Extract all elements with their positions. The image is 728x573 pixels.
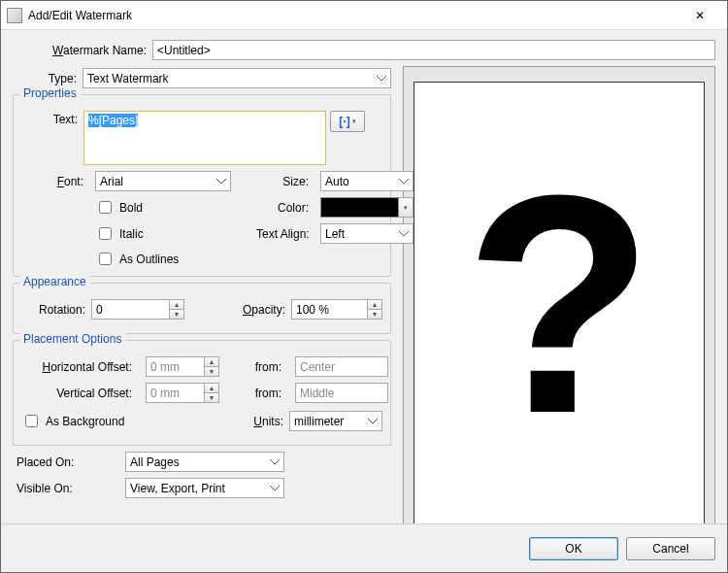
watermark-name-label: Watermark Name: (13, 44, 152, 57)
voffset-spinner[interactable]: ▲▼ (146, 383, 241, 403)
chevron-down-icon[interactable]: ▾ (399, 197, 414, 218)
font-select[interactable]: Arial (95, 171, 231, 191)
bold-label: Bold (119, 201, 143, 215)
spinner-down-icon[interactable]: ▼ (367, 309, 382, 320)
italic-checkbox-row: Italic (95, 224, 250, 243)
as-background-label: As Background (46, 415, 124, 428)
preview-pane: ? (403, 66, 715, 542)
text-align-select[interactable]: Left (320, 223, 414, 244)
italic-checkbox[interactable] (99, 227, 112, 240)
as-background-checkbox[interactable] (25, 415, 38, 427)
size-label: Size: (256, 175, 314, 188)
close-icon: ✕ (695, 9, 705, 22)
outlines-checkbox-row: As Outlines (95, 250, 250, 268)
spinner-down-icon[interactable]: ▼ (169, 309, 184, 320)
placement-legend: Placement Options (19, 332, 125, 346)
bold-checkbox[interactable] (99, 201, 112, 214)
properties-legend: Properties (19, 86, 81, 100)
type-select[interactable]: Text Watermark (83, 68, 391, 88)
vfrom-label: from: (248, 387, 287, 400)
macro-icon: [·] (339, 115, 349, 128)
watermark-name-input[interactable] (152, 40, 715, 60)
spinner-down-icon[interactable]: ▼ (204, 366, 219, 377)
type-row: Type: Text Watermark (13, 68, 391, 88)
color-label: Color: (256, 201, 314, 215)
opacity-input[interactable] (291, 299, 367, 320)
voffset-input[interactable] (146, 383, 204, 403)
color-picker[interactable]: ▾ (320, 197, 414, 218)
opacity-spinner[interactable]: ▲▼ (291, 299, 382, 320)
size-select[interactable]: Auto (320, 171, 414, 191)
opacity-label: Opacity: (233, 303, 291, 317)
placement-fieldset: Placement Options Horizontal Offset: ▲▼ … (13, 340, 391, 446)
macro-button[interactable]: [·] ▾ (330, 111, 365, 132)
preview-placeholder-icon: ? (464, 149, 653, 459)
dialog-window: Add/Edit Watermark ✕ Watermark Name: Typ… (0, 0, 728, 573)
rotation-spinner[interactable]: ▲▼ (91, 299, 184, 320)
spinner-down-icon[interactable]: ▼ (204, 392, 219, 403)
vfrom-select[interactable]: Middle (295, 383, 388, 403)
text-label: Text: (21, 111, 83, 126)
cancel-button[interactable]: Cancel (626, 537, 715, 560)
italic-label: Italic (119, 227, 144, 241)
hoffset-input[interactable] (146, 356, 204, 377)
titlebar: Add/Edit Watermark ✕ (1, 1, 727, 30)
as-background-row: As Background (21, 412, 124, 430)
spinner-up-icon[interactable]: ▲ (204, 356, 219, 366)
chevron-down-icon: ▾ (352, 118, 356, 125)
appearance-legend: Appearance (19, 275, 90, 288)
outlines-checkbox[interactable] (99, 253, 112, 265)
hfrom-label: from: (248, 360, 287, 374)
rotation-label: Rotation: (21, 303, 91, 317)
placed-on-select[interactable]: All Pages (125, 452, 284, 472)
spinner-up-icon[interactable]: ▲ (204, 383, 219, 392)
outlines-label: As Outlines (119, 253, 179, 266)
window-title: Add/Edit Watermark (28, 9, 678, 22)
units-label: Units: (245, 415, 289, 428)
type-label: Type: (13, 72, 83, 85)
color-swatch (320, 197, 399, 218)
spinner-up-icon[interactable]: ▲ (367, 299, 382, 309)
voffset-label: Vertical Offset: (21, 387, 138, 400)
client-area: Watermark Name: Type: Text Watermark Pro… (1, 30, 727, 523)
visible-on-label: Visible On: (13, 482, 125, 495)
hoffset-spinner[interactable]: ▲▼ (146, 356, 241, 377)
visible-on-select[interactable]: View, Export, Print (125, 478, 284, 498)
hoffset-label: Horizontal Offset: (21, 360, 138, 374)
appearance-fieldset: Appearance Rotation: ▲▼ Opacity: ▲▼ (13, 283, 391, 334)
hfrom-select[interactable]: Center (295, 356, 388, 377)
watermark-name-row: Watermark Name: (13, 40, 715, 60)
preview-page: ? (414, 82, 705, 526)
units-select[interactable]: millimeter (289, 411, 382, 431)
placed-on-label: Placed On: (13, 455, 125, 469)
properties-fieldset: Properties Text: %[Pages] [·] ▾ Font: (13, 94, 391, 277)
app-icon (7, 8, 22, 23)
close-button[interactable]: ✕ (678, 2, 721, 29)
ok-button[interactable]: OK (529, 537, 618, 560)
font-label: Font: (21, 175, 89, 188)
dialog-footer: OK Cancel (1, 523, 727, 572)
bold-checkbox-row: Bold (95, 198, 250, 217)
rotation-input[interactable] (91, 299, 169, 320)
text-align-label: Text Align: (256, 227, 314, 241)
text-input[interactable]: %[Pages] (83, 111, 326, 165)
spinner-up-icon[interactable]: ▲ (169, 299, 184, 309)
